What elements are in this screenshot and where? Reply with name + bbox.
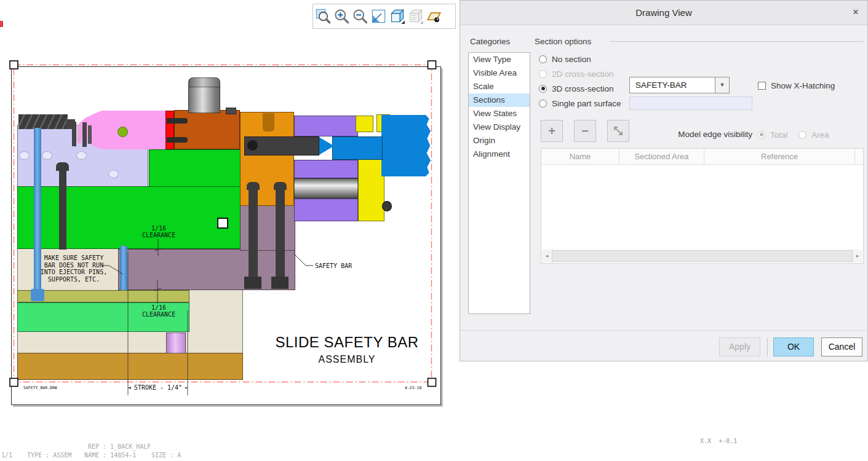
part-green-plate-lower: [17, 186, 241, 249]
ok-button[interactable]: OK: [773, 337, 814, 357]
part-red-spacer: [165, 111, 174, 149]
status-type: TYPE : ASSEM: [27, 452, 71, 459]
part-green-dot: [117, 127, 128, 137]
table-body: [541, 165, 863, 250]
tolerance-block: X.X +-0.1 X.XX +-0.01 X.XXX +-0.001 ANG.…: [693, 421, 744, 461]
zoom-out-icon[interactable]: [352, 8, 368, 25]
category-origin[interactable]: Origin: [469, 134, 530, 148]
part-flange2: [82, 122, 87, 147]
3d-cross-section-label: 3D cross-section: [552, 84, 614, 93]
flip-direction-button: [607, 120, 629, 142]
dialog-title: Drawing View: [460, 7, 867, 18]
repaint-icon[interactable]: [370, 8, 387, 25]
category-alignment[interactable]: Alignment: [469, 148, 530, 161]
status-page: 1/1: [1, 452, 12, 459]
part-flange3: [88, 125, 92, 144]
part-blue-bar1-foot: [31, 289, 44, 301]
category-view-states[interactable]: View States: [469, 107, 530, 120]
part-hex-socket: [247, 140, 258, 151]
dialog-title-bar[interactable]: Drawing View ✕: [460, 1, 867, 25]
part-mauve-bar: [118, 249, 295, 290]
clearance-label-upper: 1/16 CLEARANCE: [135, 225, 182, 238]
part-blue-bar2: [120, 246, 127, 290]
part-blue-rod: [332, 136, 383, 160]
safety-bar-label: SAFETY BAR: [315, 262, 352, 269]
add-section-button: +: [541, 120, 563, 142]
apply-button: Apply: [719, 337, 760, 357]
2d-cross-section-label: 2D cross-section: [552, 69, 614, 79]
drawing-subtitle: ASSEMBLY: [263, 354, 431, 365]
status-size: SIZE : A: [151, 452, 181, 459]
chevron-down-icon[interactable]: ▼: [715, 77, 729, 93]
zoom-window-icon[interactable]: [315, 8, 332, 25]
part-left-bolt-cap: [56, 162, 69, 171]
close-icon[interactable]: ✕: [850, 7, 861, 18]
show-x-hatching-label: Show X-Hatching: [771, 81, 835, 90]
category-visible-area[interactable]: Visible Area: [469, 66, 530, 80]
edge-area-label: Area: [811, 130, 829, 140]
part-steel-shaft: [294, 178, 358, 199]
part-purple-top: [294, 116, 358, 136]
categories-list: View Type Visible Area Scale Sections Vi…: [468, 52, 530, 314]
scroll-right-icon[interactable]: ▸: [853, 250, 862, 262]
part-green-plate-upper: [149, 149, 241, 187]
drawing-canvas[interactable]: MAKE SURE SAFETY BAR DOES NOT RUN INTO E…: [0, 0, 460, 461]
zoom-in-icon[interactable]: [333, 8, 350, 25]
part-clamp-latch: [66, 119, 75, 129]
part-hole3: [76, 151, 87, 160]
section-name-dropdown[interactable]: SAFETY-BAR ▼: [629, 77, 730, 93]
categories-label: Categories: [470, 37, 510, 46]
show-x-hatching-checkbox[interactable]: [758, 82, 766, 90]
display-style-icon[interactable]: [389, 8, 405, 25]
part-purple-mid: [294, 160, 358, 178]
part-cylinder-cap: [188, 77, 220, 87]
drawing-title: SLIDE SAFETY BAR: [263, 334, 431, 351]
view-manager-icon[interactable]: [426, 8, 442, 25]
category-sections[interactable]: Sections: [469, 93, 530, 107]
part-boltA-foot: [244, 277, 261, 289]
category-scale[interactable]: Scale: [469, 80, 530, 93]
section-options-label: Section options: [535, 37, 591, 46]
part-hole4: [108, 170, 119, 178]
single-part-surface-radio[interactable]: [539, 100, 547, 108]
saved-views-icon: [407, 8, 424, 25]
part-blue-block: [381, 115, 431, 176]
footer-separator: [460, 330, 868, 331]
3d-cross-section-radio[interactable]: [539, 85, 547, 93]
part-yellow-tab1: [356, 116, 373, 132]
single-part-surface-label: Single part surface: [552, 99, 621, 108]
no-section-label: No section: [552, 55, 591, 64]
single-part-surface-input[interactable]: [629, 97, 752, 110]
horizontal-scrollbar[interactable]: ◂ ▸: [542, 250, 862, 262]
scrollbar-thumb[interactable]: [552, 250, 853, 262]
scroll-left-icon[interactable]: ◂: [542, 250, 552, 262]
cancel-button[interactable]: Cancel: [821, 337, 862, 357]
part-hole2: [42, 151, 52, 160]
category-view-type[interactable]: View Type: [469, 53, 530, 66]
part-pin-lower: [167, 137, 188, 143]
no-section-radio[interactable]: [539, 55, 547, 63]
category-view-display[interactable]: View Display: [469, 120, 530, 134]
section-name-value: SAFETY-BAR: [635, 81, 687, 90]
drawing-view-dialog: Drawing View ✕ Categories Section option…: [460, 0, 868, 361]
part-cylinder-body: [188, 87, 220, 113]
edge-total-radio: [757, 131, 765, 139]
part-left-bolt-rod: [59, 170, 66, 250]
part-dark-tab: [226, 108, 236, 114]
part-tan-base: [17, 353, 243, 380]
part-clamp: [18, 114, 68, 129]
column-header-stub: [855, 149, 863, 165]
2d-cross-section-radio: [539, 70, 547, 78]
model-edge-visibility-label: Model edge visibility: [665, 130, 752, 139]
part-dark-knob: [382, 201, 392, 211]
sheet-file-label: SAFETY_BAR.DRW: [23, 385, 57, 390]
part-pin-upper: [167, 118, 188, 124]
remove-section-button: −: [574, 120, 596, 142]
column-header-name: Name: [541, 149, 619, 165]
flip-arrows-icon: [612, 125, 624, 137]
edge-total-label: Total: [770, 130, 788, 140]
view-toolbar: [313, 4, 456, 29]
part-hole1: [19, 151, 30, 160]
sections-table: Name Sectioned Area Reference ◂ ▸: [541, 148, 864, 264]
column-header-sectioned-area: Sectioned Area: [619, 149, 704, 165]
